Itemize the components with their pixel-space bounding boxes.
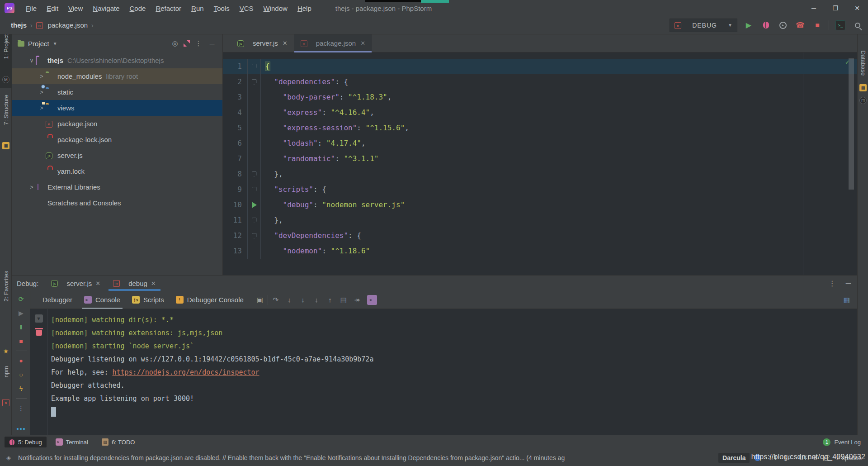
profiler-button[interactable]: ▸ [777,19,789,31]
inspections-hector-icon[interactable]: ◈ [6,454,11,461]
minimize-button[interactable]: ─ [803,0,825,16]
code-line-3[interactable]: 3 "body-parser": "^1.18.3", [223,90,857,105]
database-tool-icon[interactable]: ◫ [859,97,867,104]
close-tab-icon[interactable]: ✕ [283,40,288,47]
step-over-icon[interactable]: ↷ [270,294,282,306]
toolwindow-button-6-todo[interactable]: ▤6: TODO [97,437,140,447]
debug-button[interactable] [760,19,772,31]
inspection-ok-icon[interactable]: ✓ [845,59,850,66]
code-line-11[interactable]: 11 }, [223,213,857,228]
tree-item-package-lock-json[interactable]: package-lock.json [12,132,222,147]
layout-settings-icon[interactable]: ▦ [844,296,850,304]
close-button[interactable]: ✕ [846,0,868,16]
menu-item-code[interactable]: Code [125,3,151,14]
menu-item-navigate[interactable]: Navigate [88,3,124,14]
code-line-12[interactable]: 12 "devDependencies": { [223,228,857,243]
fold-marker-icon[interactable] [252,187,257,192]
menu-item-file[interactable]: File [21,3,42,14]
editor-tab-package-json[interactable]: npackage.json✕ [294,34,372,52]
tree-chevron-icon[interactable]: > [38,89,46,95]
tree-item-node-modules[interactable]: >node_moduleslibrary root [12,68,222,84]
search-everywhere-button[interactable] [852,19,863,31]
code-line-6[interactable]: 6 "lodash": "4.17.4", [223,136,857,151]
tree-item-package-json[interactable]: npackage.json [12,116,222,132]
more-icon[interactable]: ⋮ [17,404,26,413]
hidden-actions-icon[interactable]: ●●● [16,426,26,431]
force-step-into-icon[interactable]: ↓ [297,294,309,306]
code-line-8[interactable]: 8 }, [223,166,857,182]
toolwindow-button-npm[interactable]: npm [3,366,9,378]
menu-item-tools[interactable]: Tools [209,3,235,14]
menu-item-view[interactable]: View [63,3,88,14]
fold-marker-icon[interactable] [252,233,257,238]
rerun-icon[interactable]: ⟳ [17,295,26,304]
fold-marker-icon[interactable] [252,79,257,85]
run-script-icon[interactable] [252,202,257,208]
scroll-to-end-icon[interactable]: ▼ [35,314,43,323]
step-out-icon[interactable]: ↑ [324,294,336,306]
code-line-4[interactable]: 4 "express": "^4.16.4", [223,105,857,120]
tree-item-static[interactable]: >static [12,84,222,100]
view-tab-scripts[interactable]: jsScripts [126,291,170,309]
debug-tab-debug[interactable]: ndebug✕ [107,276,162,291]
project-view-chevron-icon[interactable]: ▼ [53,41,57,46]
theme-widget[interactable]: Darcula [718,453,750,463]
terminal-run-button[interactable]: >_ [835,19,846,31]
favorites-star-icon[interactable]: ★ [2,347,9,355]
restore-button[interactable]: ❐ [825,0,846,16]
view-tab-debugger[interactable]: Debugger [37,291,78,309]
fold-marker-icon[interactable] [252,64,257,69]
view-breakpoints-icon[interactable]: ● [17,356,26,365]
breadcrumb-project[interactable]: thejs [11,21,27,29]
code-line-13[interactable]: 13 "nodemon": "^1.18.6" [223,243,857,259]
menu-item-help[interactable]: Help [292,3,316,14]
toolwindow-button-structure[interactable]: 7: Structure [3,114,9,125]
code-line-5[interactable]: 5 "express-session": "^1.15.6", [223,120,857,136]
panel-options-icon[interactable]: ⋮ [193,39,203,48]
stop-icon[interactable]: ■ [17,337,26,346]
npm-tool-icon[interactable]: n [2,399,9,406]
editor-scrollbar[interactable] [849,58,854,190]
code-line-7[interactable]: 7 "randomatic": "^3.1.1" [223,151,857,166]
collapse-panel-icon[interactable] [184,40,190,47]
fold-marker-icon[interactable] [252,218,257,223]
debug-options-icon[interactable]: ⋮ [829,279,836,288]
tree-chevron-icon[interactable]: > [38,73,46,80]
step-into-async-icon[interactable]: ↓ [311,294,322,306]
hide-panel-icon[interactable]: ─ [207,40,217,48]
view-tab-console[interactable]: >_Console [78,291,126,309]
mute-breakpoints-icon[interactable]: ○ [17,370,26,379]
step-into-icon[interactable]: ↓ [283,294,295,306]
event-log-button[interactable]: 1 Event Log [823,438,861,446]
tree-item-scratches-and-consoles[interactable]: Scratches and Consoles [12,195,222,211]
tree-chevron-icon[interactable]: ∨ [28,57,36,64]
toolwindow-button-terminal[interactable]: >_Terminal [51,437,93,447]
structure-tool-icon[interactable]: ▦ [2,142,9,149]
fold-marker-icon[interactable] [252,171,257,177]
menu-item-refactor[interactable]: Refactor [151,3,186,14]
editor-tab-server-js[interactable]: jsserver.js✕ [231,34,294,52]
force-step-icon[interactable]: ϟ [17,384,26,393]
menu-item-edit[interactable]: Edit [42,3,63,14]
tree-item-views[interactable]: >views [12,100,222,116]
project-tool-icon[interactable]: M [2,76,9,83]
tree-item-thejs[interactable]: ∨thejsC:\Users\shinelon\Desktop\thejs [12,52,222,68]
debug-console-output[interactable]: [nodemon] watching dir(s): *.*[nodemon] … [47,309,857,436]
debug-tab-server-js[interactable]: jsserver.js✕ [45,276,107,291]
stop-button[interactable]: ■ [811,19,823,31]
menu-item-vcs[interactable]: VCS [235,3,259,14]
tree-item-yarn-lock[interactable]: yarn.lock [12,163,222,179]
toolwindow-button-favorites[interactable]: 2: Favorites [3,290,9,302]
tree-chevron-icon[interactable]: > [28,184,36,190]
run-to-cursor-icon[interactable]: ↠ [351,294,363,306]
tree-item-external-libraries[interactable]: >External Libraries [12,179,222,195]
close-tab-icon[interactable]: ✕ [151,280,156,287]
hide-debug-panel-icon[interactable]: ─ [846,279,851,287]
toolwindow-button-5-debug[interactable]: 5: Debug [5,437,47,447]
code-line-1[interactable]: 1{ [223,59,857,74]
close-tab-icon[interactable]: ✕ [95,280,100,287]
console-link[interactable]: https://nodejs.org/en/docs/inspector [112,368,259,376]
status-message[interactable]: Notifications for installing dependencie… [18,454,565,461]
locate-file-icon[interactable]: ◎ [170,39,180,48]
code-editor[interactable]: 1{2 "dependencies": {3 "body-parser": "^… [223,52,857,275]
